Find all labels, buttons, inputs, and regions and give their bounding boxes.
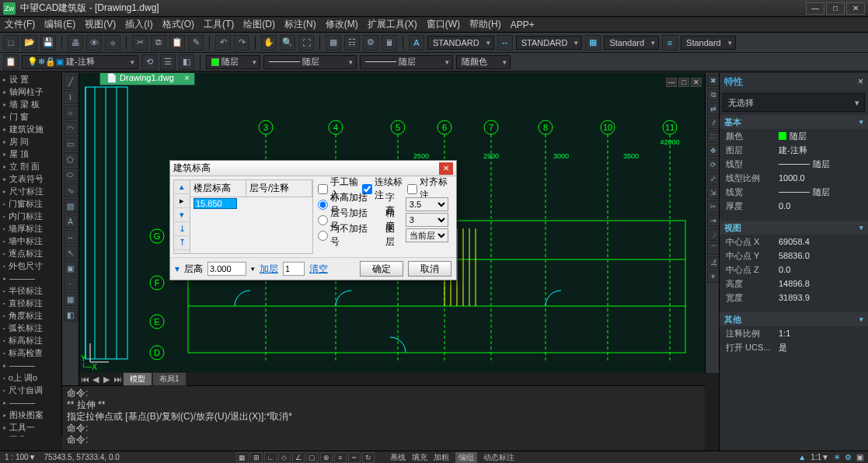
menu-draw[interactable]: 绘图(D) <box>243 18 275 31</box>
tab-close-icon[interactable]: × <box>184 73 189 82</box>
break-icon[interactable]: ⵰ <box>707 228 720 241</box>
props-group-other[interactable]: 其他 <box>720 312 868 326</box>
arch-menu-item[interactable]: 立 剖 面 <box>0 160 61 172</box>
leader-icon[interactable]: ↖ <box>64 245 78 259</box>
ml-style-combo[interactable]: Standard <box>681 36 736 50</box>
layer-prev-icon[interactable]: ⟲ <box>141 54 157 70</box>
snap-cycle-icon[interactable]: ↻ <box>362 452 375 463</box>
arch-menu-item[interactable]: 角度标注 <box>0 309 61 322</box>
copy-icon[interactable]: ⧉ <box>151 35 166 50</box>
prop-row[interactable]: 中心点 X69058.4 <box>720 235 868 249</box>
snap-dyn-icon[interactable]: ⊕ <box>320 452 333 463</box>
arch-menu-item[interactable]: 弧长标注 <box>0 322 61 334</box>
plotstyle-combo[interactable]: 随颜色 <box>456 55 511 69</box>
dialog-close-icon[interactable]: ✕ <box>439 162 453 175</box>
arch-menu-item[interactable]: 标高检查 <box>0 346 61 359</box>
snap-dash-icon[interactable]: ┅ <box>348 452 361 463</box>
arch-menu-item[interactable]: 半径标注 <box>0 284 61 297</box>
rotate-icon[interactable]: ⟳ <box>707 158 720 171</box>
snap-track-icon[interactable]: ∠ <box>292 452 305 463</box>
mlstyle-icon[interactable]: ≡ <box>662 35 678 50</box>
arch-menu-item[interactable]: 墙厚标注 <box>0 222 61 235</box>
tab-nav-next[interactable]: ▶ <box>101 374 112 385</box>
hatch-icon[interactable]: ▨ <box>64 199 78 213</box>
tab-nav-first[interactable]: ⏮ <box>79 374 90 384</box>
text-style-combo[interactable]: STANDARD <box>427 36 494 50</box>
menu-tools[interactable]: 工具(T) <box>204 18 234 31</box>
match-icon[interactable]: ✎ <box>188 35 204 50</box>
copy-obj-icon[interactable]: ⧉ <box>707 89 720 101</box>
textstyle-icon[interactable]: A <box>409 35 424 50</box>
linetype-combo[interactable]: 随层 <box>263 55 357 69</box>
arch-menu-item[interactable]: 轴网柱子 <box>0 85 61 98</box>
tab-model[interactable]: 模型 <box>123 372 152 386</box>
rect-icon[interactable]: ▭ <box>64 137 78 151</box>
extend-icon[interactable]: ⇥ <box>707 214 720 227</box>
drawing-tab[interactable]: 📄 Drawing1.dwg× <box>99 73 195 85</box>
status-opt[interactable]: 基线 <box>390 452 406 463</box>
tool-icon[interactable]: ⚙ <box>363 35 378 50</box>
prop-row[interactable]: 打开 UCS...是 <box>720 340 868 354</box>
prop-row[interactable]: 厚度0.0 <box>720 199 868 213</box>
floor-count-input[interactable] <box>283 262 305 276</box>
chamfer-icon[interactable]: ⦨ <box>707 256 720 269</box>
color-combo[interactable]: 随层 <box>206 55 260 69</box>
paste-icon[interactable]: 📋 <box>169 35 185 50</box>
arrow-down-icon[interactable]: ▾ <box>175 263 180 274</box>
arch-menu-item[interactable]: o上 调o <box>0 371 61 384</box>
erase-icon[interactable]: ✖ <box>707 75 720 87</box>
prop-row[interactable]: 线型 随层 <box>720 157 868 171</box>
command-line[interactable]: 命令: ** 拉伸 ** 指定拉伸点或 [基点(B)/复制(C)/放弃(U)/退… <box>62 385 705 451</box>
scale-icon[interactable]: ⤢ <box>707 172 720 185</box>
props-group-view[interactable]: 视图 <box>720 221 868 235</box>
pan-icon[interactable]: ✋ <box>261 35 277 50</box>
dim-icon[interactable]: ↔ <box>64 230 78 244</box>
mirror-icon[interactable]: ⇄ <box>707 103 720 115</box>
arch-menu-item[interactable]: 门窗标注 <box>0 197 61 210</box>
arch-menu-item[interactable]: 工具二 <box>0 433 61 437</box>
polygon-icon[interactable]: ⬠ <box>64 152 78 166</box>
preview-icon[interactable]: 👁 <box>86 35 102 50</box>
prop-row[interactable]: 高度14896.8 <box>720 277 868 291</box>
snap-obj-icon[interactable]: ▢ <box>306 452 319 463</box>
explode-icon[interactable]: ✴ <box>707 270 720 283</box>
snap-osnap-icon[interactable]: ◇ <box>278 452 291 463</box>
grid-icon[interactable]: ▦ <box>326 35 341 50</box>
text-height-combo[interactable]: 3.5 <box>406 197 448 211</box>
arch-menu-item[interactable]: 墙 梁 板 <box>0 98 61 110</box>
pline-icon[interactable]: ⌇ <box>64 90 78 104</box>
ellipse-icon[interactable]: ⬭ <box>64 168 78 182</box>
arch-menu-item[interactable]: 直径标注 <box>0 297 61 309</box>
new-icon[interactable]: □ <box>3 35 19 50</box>
status-opt[interactable]: 加粗 <box>434 452 449 463</box>
dim-style-combo[interactable]: STANDARD <box>516 36 583 50</box>
prop-row[interactable]: 宽度31893.9 <box>720 291 868 305</box>
status-opt[interactable]: 编组 <box>455 452 477 463</box>
menu-view[interactable]: 视图(V) <box>85 18 116 31</box>
arch-menu-item[interactable]: 尺寸自调 <box>0 384 61 396</box>
doc-close-button[interactable]: ✕ <box>691 78 702 87</box>
prop-row[interactable]: 注释比例1:1 <box>720 326 868 340</box>
prop-row[interactable]: 中心点 Y58836.0 <box>720 249 868 263</box>
menu-dim[interactable]: 标注(N) <box>284 18 316 31</box>
arch-menu-item[interactable]: 设 置 <box>0 73 61 85</box>
menu-insert[interactable]: 插入(I) <box>125 18 152 31</box>
arch-menu-item[interactable]: 房 间 <box>0 135 61 148</box>
prop-row[interactable]: 线宽 随层 <box>720 185 868 199</box>
tablestyle-icon[interactable]: ▦ <box>585 35 601 50</box>
prop-row[interactable]: 图层建-注释 <box>720 143 868 157</box>
trim-icon[interactable]: ✂ <box>707 200 720 213</box>
offset-icon[interactable]: ⫽ <box>707 117 720 129</box>
layer-state-icon[interactable]: ☰ <box>160 54 176 70</box>
status-opt[interactable]: 填充 <box>412 452 427 463</box>
props-icon[interactable]: ☷ <box>344 35 360 50</box>
status-scale[interactable]: 1 : 100▼ <box>5 453 36 461</box>
arrow3-icon[interactable]: ⤓ <box>174 222 190 236</box>
move-icon[interactable]: ✥ <box>707 144 720 157</box>
undo-icon[interactable]: ↶ <box>215 35 231 50</box>
arch-menu-item[interactable]: ——— <box>0 396 61 409</box>
add-floor-link[interactable]: 加层 <box>260 263 278 276</box>
arrow2-icon[interactable]: ▾ <box>174 208 190 222</box>
ok-button[interactable]: 确定 <box>360 261 403 277</box>
menu-edit[interactable]: 编辑(E) <box>44 18 75 31</box>
